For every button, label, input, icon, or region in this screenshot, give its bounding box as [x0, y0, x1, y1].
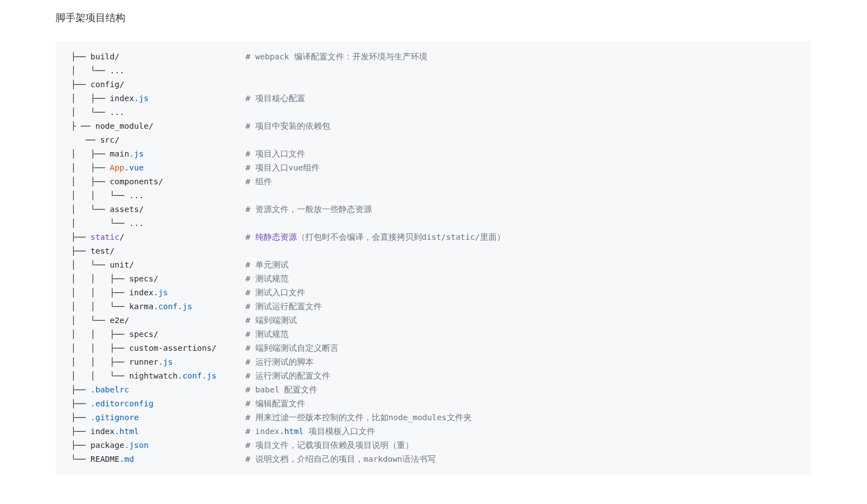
code-segment: App: [110, 163, 124, 172]
code-segment: # 运行测试的配置文件: [216, 371, 330, 380]
code-segment: ├── config/: [71, 80, 124, 89]
page-title: 脚手架项目结构: [56, 11, 811, 24]
code-segment: │ │ ├── runner: [71, 357, 158, 366]
code-segment: .babelrc: [90, 385, 129, 394]
code-segment: ├──: [71, 385, 90, 394]
code-segment: .js: [153, 288, 168, 297]
code-segment: .js: [134, 94, 149, 103]
code-segment: │ │ └── nightwatch: [71, 371, 178, 380]
code-segment: .conf: [153, 302, 178, 311]
code-segment: # 项目入口vue组件: [144, 163, 320, 172]
code-segment: # 运行测试的脚本: [173, 357, 313, 366]
code-segment: # 测试运行配置文件: [192, 302, 322, 311]
code-segment: │ │ ├── specs/: [71, 274, 158, 283]
code-segment: ── src/: [71, 135, 119, 144]
code-segment: .html: [279, 427, 304, 436]
code-segment: # 项目核心配置: [149, 94, 305, 103]
code-segment: .editorconfig: [90, 399, 154, 408]
code-segment: # index: [139, 427, 279, 436]
code-segment: ├──: [71, 233, 90, 241]
code-segment: # 端到端测试自定义断言: [216, 344, 339, 352]
code-segment: /: [119, 233, 124, 241]
code-segment: │ ├── main: [71, 149, 129, 158]
code-segment: ├── package: [71, 441, 124, 450]
code-segment: # 用来过滤一些版本控制的文件，比如node_modules文件夹: [139, 413, 471, 422]
code-segment: │ └── assets/: [71, 205, 144, 214]
code-segment: │ └── ...: [71, 219, 144, 228]
code-segment: │ └── e2e/: [71, 316, 129, 325]
code-segment: ├── build/: [71, 52, 119, 61]
code-segment: # 单元测试: [134, 260, 289, 269]
code-segment: # 项目中安装的依赖包: [153, 122, 330, 130]
code-segment: │ ├── components/: [71, 177, 163, 186]
code-segment: 项目模板入口文件: [304, 427, 375, 436]
code-segment: .html: [115, 427, 139, 436]
code-segment: │ └── ...: [71, 66, 124, 75]
code-segment: │ │ ├── specs/: [71, 330, 158, 339]
code-segment: #: [124, 233, 255, 241]
code-segment: # babel 配置文件: [129, 385, 317, 394]
code-segment: │ │ ├── custom-assertions/: [71, 344, 216, 352]
code-segment: .js: [178, 302, 192, 311]
code-segment: （打包时不会编译，会直接拷贝到dist/static/里面）: [297, 233, 505, 241]
code-segment: ├ ── node_module/: [71, 122, 153, 130]
code-segment: │ │ ├── index: [71, 288, 153, 297]
code-segment: 纯静态资源: [255, 233, 297, 241]
code-segment: # webpack 编译配置文件：开发环境与生产环境: [119, 52, 427, 61]
code-segment: # 组件: [163, 177, 272, 186]
directory-tree: ├── build/ # webpack 编译配置文件：开发环境与生产环境 │ …: [71, 52, 505, 463]
code-segment: │ │ └── karma: [71, 302, 153, 311]
code-segment: # 编辑配置文件: [153, 399, 305, 408]
code-segment: │ │ └── ...: [71, 191, 144, 200]
code-segment: .gitignore: [90, 413, 139, 422]
code-segment: ├──: [71, 413, 90, 422]
code-segment: # 测试规范: [158, 330, 289, 339]
code-segment: │ └── unit/: [71, 260, 134, 269]
code-segment: ├──: [71, 399, 90, 408]
code-segment: .md: [119, 455, 134, 463]
code-segment: .json: [124, 441, 149, 450]
code-segment: # 项目文件，记载项目依赖及项目说明（重）: [149, 441, 414, 450]
code-segment: .js: [202, 371, 216, 380]
code-segment: │ ├──: [71, 163, 110, 172]
code-segment: ├── test/: [71, 246, 115, 255]
code-segment: # 测试规范: [158, 274, 289, 283]
code-segment: ├── index: [71, 427, 115, 436]
code-segment: # 端到端测试: [129, 316, 297, 325]
code-segment: static: [90, 233, 119, 241]
code-segment: # 资源文件，一般放一些静态资源: [144, 205, 372, 214]
code-segment: │ └── ...: [71, 108, 124, 117]
code-segment: .js: [129, 149, 144, 158]
code-segment: │ ├── index: [71, 94, 134, 103]
code-segment: └── README: [71, 455, 119, 463]
code-segment: # 说明文档，介绍自己的项目，markdown语法书写: [134, 455, 436, 463]
code-segment: # 项目入口文件: [144, 149, 305, 158]
code-segment: .vue: [124, 163, 144, 172]
code-segment: .js: [158, 357, 173, 366]
code-block: ├── build/ # webpack 编译配置文件：开发环境与生产环境 │ …: [56, 41, 811, 475]
code-segment: # 测试入口文件: [168, 288, 305, 297]
code-segment: .conf: [178, 371, 202, 380]
